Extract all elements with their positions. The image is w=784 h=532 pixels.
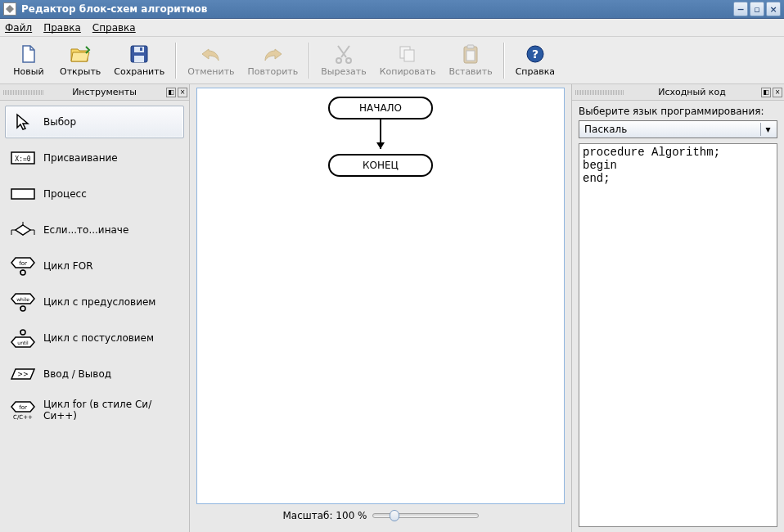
maximize-button[interactable]: ▫ (750, 2, 764, 16)
copy-icon (396, 43, 419, 65)
file-new-icon (17, 43, 40, 65)
lang-selected: Паскаль (584, 124, 627, 135)
for-icon: for (11, 257, 35, 275)
svg-marker-0 (6, 5, 14, 13)
toolbar-separator (503, 43, 505, 79)
tool-if[interactable]: Если...то...иначе (5, 214, 184, 246)
assign-icon: X:=0 (11, 149, 35, 167)
tool-io-label: Ввод / Вывод (43, 368, 111, 380)
if-icon (11, 221, 35, 239)
while-icon: while (11, 293, 35, 311)
scissors-icon (332, 43, 355, 65)
code-dock-titlebar[interactable]: Исходный код ◧ × (572, 84, 784, 101)
cut-button[interactable]: Вырезать (317, 38, 370, 83)
new-button[interactable]: Новый (7, 38, 51, 83)
tool-assign[interactable]: X:=0 Присваивание (5, 142, 184, 174)
dock-float-button[interactable]: ◧ (166, 88, 176, 97)
menu-file[interactable]: Файл (5, 22, 32, 34)
save-label: Сохранить (114, 66, 164, 77)
tool-for-c[interactable]: forC/C++ Цикл for (в стиле Си/Си++) (5, 394, 184, 426)
tool-while-label: Цикл с предусловием (43, 296, 155, 308)
cursor-icon (11, 113, 35, 131)
tool-while[interactable]: while Цикл с предусловием (5, 286, 184, 318)
svg-rect-8 (404, 50, 414, 61)
tool-repeat[interactable]: until Цикл с постусловием (5, 322, 184, 354)
flowchart-canvas[interactable]: НАЧАЛО КОНЕЦ (196, 88, 565, 504)
workspace: Инструменты ◧ × Выбор X:=0 Присваивание (0, 84, 784, 532)
zoom-slider-thumb[interactable] (390, 510, 399, 521)
paste-label: Вставить (448, 66, 492, 77)
svg-marker-18 (16, 225, 30, 235)
dock-grip-icon (3, 90, 44, 95)
redo-icon (261, 43, 284, 65)
open-button[interactable]: Открыть (56, 38, 105, 83)
svg-text:X:=0: X:=0 (15, 156, 30, 163)
flow-node-start-label: НАЧАЛО (359, 102, 402, 114)
menu-edit[interactable]: Правка (43, 22, 81, 34)
tool-if-label: Если...то...иначе (43, 224, 128, 236)
svg-text:?: ? (532, 47, 538, 61)
tool-for[interactable]: for Цикл FOR (5, 250, 184, 282)
for-c-icon: forC/C++ (11, 401, 35, 419)
save-button[interactable]: Сохранить (110, 38, 169, 83)
window-titlebar: Редактор блок-схем алгоритмов − ▫ × (0, 0, 784, 19)
code-dock-body: Выберите язык программирования: Паскаль … (572, 101, 784, 532)
help-button[interactable]: ? Справка (511, 38, 559, 83)
copy-button[interactable]: Копировать (376, 38, 440, 83)
lang-combobox[interactable]: Паскаль ▾ (579, 120, 777, 138)
io-icon: >> (11, 365, 35, 383)
repeat-icon: until (11, 329, 35, 347)
tool-io[interactable]: >> Ввод / Вывод (5, 358, 184, 390)
tool-for-c-label: Цикл for (в стиле Си/Си++) (43, 399, 178, 422)
tools-dock-title: Инструменты (44, 87, 164, 97)
menubar: Файл Правка Справка (0, 19, 784, 37)
source-code-view[interactable]: procedure Algorithm; begin end; (579, 143, 777, 527)
svg-rect-11 (466, 51, 475, 61)
help-icon: ? (524, 43, 547, 65)
tool-process-label: Процесс (43, 188, 87, 200)
paste-icon (459, 43, 482, 65)
menu-help[interactable]: Справка (92, 22, 136, 34)
zoom-slider[interactable] (372, 513, 479, 518)
dock-float-button[interactable]: ◧ (761, 88, 771, 97)
flow-node-start[interactable]: НАЧАЛО (328, 97, 433, 119)
tool-select[interactable]: Выбор (5, 106, 184, 138)
toolbar-separator (175, 43, 177, 79)
app-icon (3, 2, 16, 16)
tool-assign-label: Присваивание (43, 152, 118, 164)
window-title: Редактор блок-схем алгоритмов (21, 3, 732, 15)
code-dock-title: Исходный код (624, 87, 759, 97)
canvas-area: НАЧАЛО КОНЕЦ Масштаб: 100 % (190, 84, 571, 532)
close-button[interactable]: × (766, 2, 781, 16)
lang-prompt: Выберите язык программирования: (579, 106, 777, 117)
zoom-label: Масштаб: 100 % (282, 510, 367, 521)
open-label: Открыть (60, 66, 101, 77)
help-label2: Справка (516, 66, 555, 77)
folder-open-icon (69, 43, 92, 65)
svg-rect-16 (11, 189, 34, 199)
undo-button[interactable]: Отменить (183, 38, 238, 83)
flow-node-end[interactable]: КОНЕЦ (328, 154, 433, 177)
minimize-button[interactable]: − (733, 2, 748, 16)
tool-process[interactable]: Процесс (5, 178, 184, 210)
flow-arrow (380, 119, 381, 149)
tool-repeat-label: Цикл с постусловием (43, 332, 154, 344)
svg-point-6 (346, 58, 351, 63)
tools-dock-titlebar[interactable]: Инструменты ◧ × (0, 84, 189, 101)
paste-button[interactable]: Вставить (444, 38, 496, 83)
tools-list: Выбор X:=0 Присваивание Процесс Если...т… (0, 101, 189, 431)
undo-icon (200, 43, 223, 65)
dock-close-button[interactable]: × (773, 88, 782, 97)
svg-rect-3 (134, 56, 144, 62)
svg-rect-4 (140, 47, 142, 51)
cut-label: Вырезать (321, 66, 366, 77)
dock-close-button[interactable]: × (178, 88, 187, 97)
svg-text:for: for (19, 404, 27, 411)
tool-select-label: Выбор (43, 116, 76, 128)
undo-label: Отменить (187, 66, 234, 77)
redo-button[interactable]: Повторить (244, 38, 303, 83)
main-toolbar: Новый Открыть Сохранить Отменить Повтори… (0, 37, 784, 84)
floppy-save-icon (128, 43, 151, 65)
toolbar-separator (309, 43, 310, 79)
process-icon (11, 185, 35, 203)
